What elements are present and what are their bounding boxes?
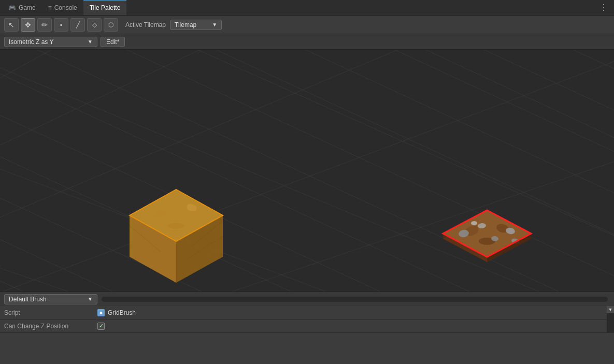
tile-dirt	[435, 205, 539, 278]
box-tool-button[interactable]: ▪	[54, 18, 68, 32]
svg-line-22	[0, 50, 614, 195]
tab-bar: 🎮 Game ≡ Console Tile Palette ⋮	[0, 0, 614, 16]
svg-line-4	[0, 50, 614, 221]
fill-icon: ⬡	[108, 21, 113, 28]
svg-line-6	[0, 50, 614, 138]
horizontal-scrollbar[interactable]	[102, 297, 608, 302]
select-icon: ↖	[8, 21, 15, 29]
svg-line-21	[0, 50, 614, 107]
tilemap-value: Tilemap	[175, 21, 196, 28]
scroll-down-button[interactable]: ▼	[607, 306, 614, 313]
cube-selection-outline	[119, 174, 233, 288]
svg-marker-51	[443, 210, 531, 257]
can-change-checkbox[interactable]: ✓	[97, 323, 105, 330]
scroll-down-icon: ▼	[608, 307, 613, 312]
properties-panel: Script ■ GridBrush ▲ Can Change Z Positi…	[0, 306, 614, 333]
tab-game[interactable]: 🎮 Game	[2, 0, 42, 15]
erase-tool-button[interactable]: ◇	[87, 18, 102, 32]
edit-button[interactable]: Edit*	[101, 37, 125, 47]
can-change-row: Can Change Z Position ✓ ▼	[0, 319, 614, 333]
tab-more-button[interactable]: ⋮	[595, 3, 612, 12]
toolbar: ↖ ✥ ✏ ▪ ╱ ◇ ⬡ Active Tilemap Tilemap ▼	[0, 16, 614, 34]
console-icon: ≡	[48, 4, 52, 11]
brush-label: Default Brush	[9, 296, 47, 303]
svg-line-13	[0, 50, 614, 76]
palette-mode-bar: Isometric Z as Y ▼ Edit*	[0, 34, 614, 50]
tile-cube	[119, 174, 233, 288]
vertical-scrollbar-bottom[interactable]: ▼	[607, 306, 614, 333]
edit-label: Edit*	[106, 38, 119, 46]
palette-mode-value: Isometric Z as Y	[9, 38, 53, 46]
tab-console[interactable]: ≡ Console	[42, 0, 83, 15]
canvas-area[interactable]	[0, 50, 614, 292]
paint-icon: ✏	[41, 21, 48, 29]
svg-line-14	[0, 50, 614, 190]
script-value: ■ GridBrush	[97, 309, 136, 316]
erase-icon: ◇	[92, 21, 97, 28]
paint-tool-button[interactable]: ✏	[37, 18, 52, 32]
move-icon: ✥	[25, 21, 31, 29]
can-change-value: ✓	[97, 323, 105, 330]
game-icon: 🎮	[8, 4, 16, 11]
svg-line-7	[0, 50, 614, 96]
palette-mode-dropdown[interactable]: Isometric Z as Y ▼	[4, 37, 97, 47]
tab-game-label: Game	[19, 4, 36, 11]
fill-tool-button[interactable]: ⬡	[104, 18, 118, 32]
checkmark-icon: ✓	[99, 323, 104, 329]
tilemap-arrow-icon: ▼	[212, 22, 217, 27]
palette-mode-arrow-icon: ▼	[88, 39, 93, 45]
tab-console-label: Console	[54, 4, 77, 11]
pick-icon: ╱	[76, 21, 80, 28]
dirt-selection-outline	[435, 205, 539, 278]
script-icon: ■	[97, 309, 105, 316]
brush-dropdown[interactable]: Default Brush ▼	[4, 294, 97, 304]
script-row: Script ■ GridBrush ▲	[0, 306, 614, 319]
script-name: GridBrush	[108, 309, 136, 316]
box-icon: ▪	[60, 21, 62, 28]
move-tool-button[interactable]: ✥	[21, 18, 35, 32]
script-label: Script	[4, 309, 97, 316]
tilemap-dropdown[interactable]: Tilemap ▼	[170, 20, 222, 30]
svg-marker-37	[130, 190, 223, 241]
tab-tile-palette-label: Tile Palette	[90, 4, 121, 11]
can-change-label: Can Change Z Position	[4, 323, 97, 330]
bottom-bar: Default Brush ▼	[0, 292, 614, 306]
active-tilemap-label: Active Tilemap	[125, 21, 166, 28]
pick-tool-button[interactable]: ╱	[70, 18, 85, 32]
tab-tile-palette[interactable]: Tile Palette	[83, 0, 127, 15]
select-tool-button[interactable]: ↖	[4, 18, 19, 32]
svg-line-5	[0, 50, 614, 179]
brush-arrow-icon: ▼	[88, 296, 93, 302]
tab-more-icon: ⋮	[599, 3, 608, 12]
